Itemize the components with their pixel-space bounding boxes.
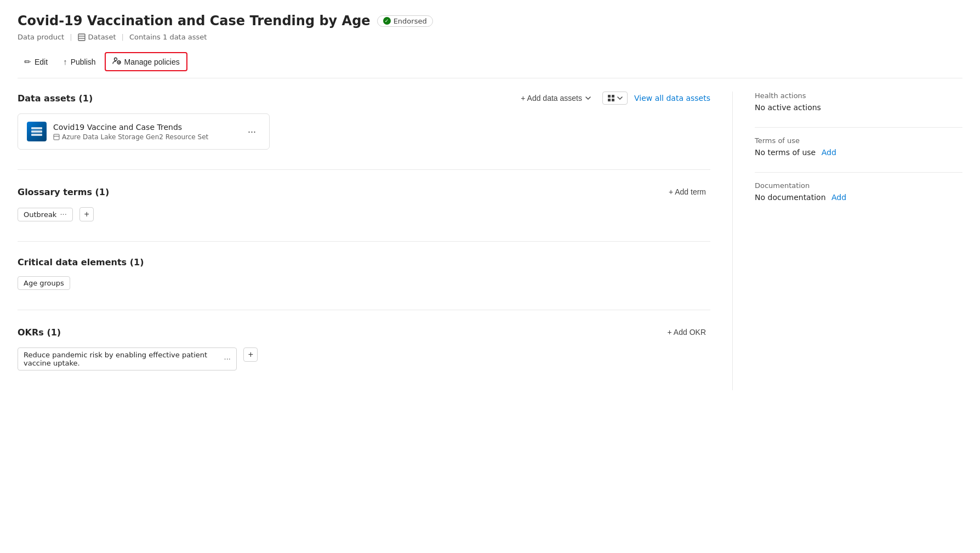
add-glossary-chip-button[interactable]: + xyxy=(79,207,94,221)
left-content: Data assets (1) + Add data assets xyxy=(18,92,710,390)
dataset-label: Dataset xyxy=(88,33,116,41)
endorsed-icon: ✓ xyxy=(383,17,391,25)
svg-rect-0 xyxy=(78,34,85,41)
data-asset-info: Covid19 Vaccine and Case Trends Azure Da… xyxy=(27,122,208,141)
terms-of-use-value: No terms of use xyxy=(755,148,816,157)
add-okr-button[interactable]: + Add OKR xyxy=(663,326,710,339)
add-okr-chip-button[interactable]: + xyxy=(243,347,258,362)
critical-elements-row: Age groups xyxy=(18,276,710,290)
asset-icon-inner xyxy=(27,122,47,141)
separator-2: | xyxy=(122,33,124,41)
add-okr-label: + Add OKR xyxy=(668,328,706,337)
documentation-section: Documentation No documentation Add xyxy=(755,181,962,202)
edit-label: Edit xyxy=(35,58,48,66)
health-actions-value: No active actions xyxy=(755,103,962,112)
svg-point-3 xyxy=(114,58,117,61)
asset-icon-layer-2 xyxy=(31,130,42,133)
asset-icon xyxy=(27,122,47,141)
divider-1 xyxy=(18,169,710,170)
data-asset-card: Covid19 Vaccine and Case Trends Azure Da… xyxy=(18,113,270,150)
toolbar: ✏ Edit ↑ Publish Manage policies xyxy=(18,52,962,78)
asset-more-button[interactable]: ··· xyxy=(243,124,260,140)
documentation-title: Documentation xyxy=(755,181,962,190)
svg-rect-9 xyxy=(54,134,59,140)
view-all-data-assets-link[interactable]: View all data assets xyxy=(634,94,710,102)
subtitle-row: Data product | Dataset | Contains 1 data… xyxy=(18,33,962,41)
add-term-label: + Add term xyxy=(669,187,706,196)
publish-icon: ↑ xyxy=(63,57,67,66)
critical-section: Critical data elements (1) Age groups xyxy=(18,257,710,290)
publish-button[interactable]: ↑ Publish xyxy=(56,54,102,70)
svg-point-4 xyxy=(117,61,121,64)
documentation-value: No documentation xyxy=(755,193,826,202)
dataset-row: Dataset xyxy=(78,33,116,41)
outbreak-more-button[interactable]: ··· xyxy=(60,210,66,219)
okr-chip: Reduce pandemic risk by enabling effecti… xyxy=(18,347,237,370)
grid-icon xyxy=(607,94,615,102)
add-data-assets-label: + Add data assets xyxy=(521,94,582,102)
divider-2 xyxy=(18,241,710,242)
data-assets-header: Data assets (1) + Add data assets xyxy=(18,92,710,105)
data-product-label: Data product xyxy=(18,33,64,41)
dataset-icon xyxy=(78,33,86,41)
okrs-title: OKRs (1) xyxy=(18,327,61,338)
right-divider-2 xyxy=(755,172,962,173)
main-layout: Data assets (1) + Add data assets xyxy=(18,92,962,390)
chevron-down-icon xyxy=(585,95,591,101)
contains-label: Contains 1 data asset xyxy=(129,33,207,41)
terms-of-use-row: No terms of use Add xyxy=(755,148,962,157)
add-data-assets-button[interactable]: + Add data assets xyxy=(516,92,596,105)
manage-policies-icon xyxy=(112,56,121,67)
terms-of-use-title: Terms of use xyxy=(755,136,962,145)
publish-label: Publish xyxy=(71,58,96,66)
policies-svg-icon xyxy=(112,56,121,65)
outbreak-label: Outbreak xyxy=(24,210,56,219)
svg-rect-8 xyxy=(612,99,614,101)
edit-icon: ✏ xyxy=(24,57,31,67)
okrs-header: OKRs (1) + Add OKR xyxy=(18,326,710,339)
svg-rect-5 xyxy=(608,95,611,98)
grid-view-button[interactable] xyxy=(602,92,628,105)
right-panel: Health actions No active actions Terms o… xyxy=(732,92,962,390)
manage-policies-label: Manage policies xyxy=(124,58,180,66)
asset-icon-layer-1 xyxy=(31,127,42,129)
glossary-header: Glossary terms (1) + Add term xyxy=(18,185,710,198)
data-assets-actions: + Add data assets xyxy=(516,92,710,105)
documentation-row: No documentation Add xyxy=(755,193,962,202)
age-groups-label: Age groups xyxy=(24,279,64,287)
add-term-button[interactable]: + Add term xyxy=(664,185,710,198)
separator-1: | xyxy=(70,33,72,41)
endorsed-label: Endorsed xyxy=(394,17,427,25)
asset-type: Azure Data Lake Storage Gen2 Resource Se… xyxy=(53,133,208,141)
health-actions-section: Health actions No active actions xyxy=(755,92,962,112)
svg-rect-6 xyxy=(612,95,614,98)
edit-button[interactable]: ✏ Edit xyxy=(18,54,54,70)
age-groups-chip: Age groups xyxy=(18,276,70,290)
page-title: Covid-19 Vaccination and Case Trending b… xyxy=(18,13,371,28)
health-actions-title: Health actions xyxy=(755,92,962,100)
glossary-terms-row: Outbreak ··· + xyxy=(18,207,710,221)
asset-type-icon xyxy=(53,134,60,140)
asset-text-info: Covid19 Vaccine and Case Trends Azure Da… xyxy=(53,123,208,141)
right-divider-1 xyxy=(755,127,962,128)
data-assets-title: Data assets (1) xyxy=(18,93,93,104)
manage-policies-button[interactable]: Manage policies xyxy=(105,52,187,71)
documentation-add-link[interactable]: Add xyxy=(831,193,846,202)
critical-header: Critical data elements (1) xyxy=(18,257,710,267)
okrs-row: Reduce pandemic risk by enabling effecti… xyxy=(18,347,710,370)
terms-of-use-add-link[interactable]: Add xyxy=(822,148,836,157)
data-assets-section: Data assets (1) + Add data assets xyxy=(18,92,710,150)
okr-more-button[interactable]: ··· xyxy=(224,355,231,363)
okrs-section: OKRs (1) + Add OKR Reduce pandemic risk … xyxy=(18,326,710,370)
grid-chevron-icon xyxy=(617,95,623,101)
svg-rect-7 xyxy=(608,99,611,101)
asset-icon-layers xyxy=(31,127,42,136)
asset-icon-layer-3 xyxy=(31,134,42,136)
endorsed-badge: ✓ Endorsed xyxy=(377,15,433,27)
terms-of-use-section: Terms of use No terms of use Add xyxy=(755,136,962,157)
critical-title: Critical data elements (1) xyxy=(18,257,144,267)
divider-3 xyxy=(18,310,710,310)
glossary-section: Glossary terms (1) + Add term Outbreak ·… xyxy=(18,185,710,221)
outbreak-chip: Outbreak ··· xyxy=(18,208,73,221)
glossary-title: Glossary terms (1) xyxy=(18,187,109,197)
